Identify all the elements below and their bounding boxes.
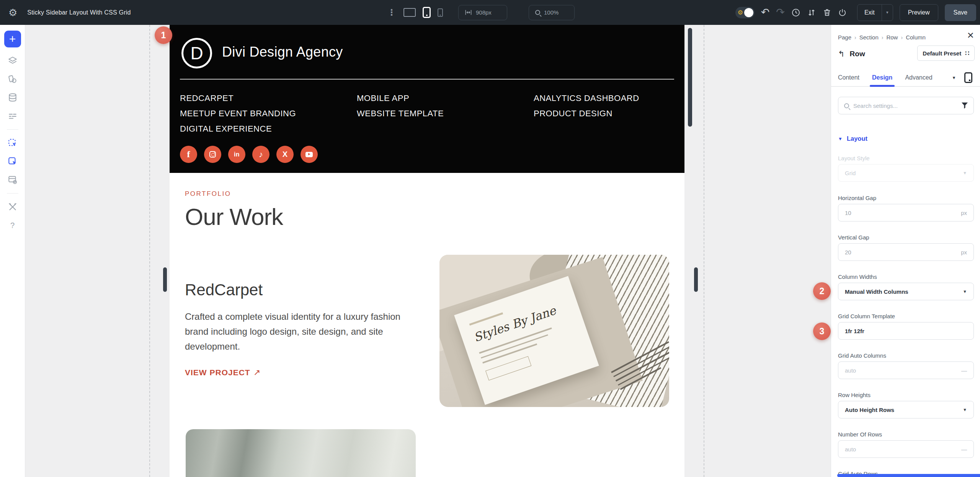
- grid-column-template-input[interactable]: [845, 328, 967, 334]
- horizontal-gap-input[interactable]: [845, 210, 961, 216]
- grid-auto-columns-input[interactable]: [845, 367, 961, 374]
- canvas-zoom-input[interactable]: 100%: [529, 5, 575, 20]
- breadcrumb-page[interactable]: Page: [838, 34, 851, 41]
- trash-icon[interactable]: [823, 8, 831, 17]
- theme-toggle[interactable]: ⚙: [735, 7, 755, 18]
- portfolio-section[interactable]: PORTFOLIO Our Work RedCarpet Crafted a c…: [170, 173, 684, 407]
- chevron-down-icon: ▼: [963, 407, 967, 412]
- portfolio-eyebrow: PORTFOLIO: [185, 190, 669, 198]
- preview-button[interactable]: Preview: [900, 4, 938, 21]
- wireframe-list-icon[interactable]: [8, 111, 18, 121]
- close-icon[interactable]: ×: [967, 29, 974, 41]
- tab-content[interactable]: Content: [838, 69, 859, 86]
- project-image[interactable]: Styles By Jane: [439, 255, 669, 407]
- site-header-section[interactable]: D Divi Design Agency REDCARPET MEETUP EV…: [170, 25, 684, 173]
- desktop-view-button[interactable]: [403, 8, 416, 17]
- responsive-tablet-icon[interactable]: [964, 72, 972, 83]
- page-canvas[interactable]: D Divi Design Agency REDCARPET MEETUP EV…: [170, 25, 684, 477]
- phone-icon: [438, 8, 443, 17]
- tablet-icon: [423, 7, 431, 18]
- field-layout-style: Layout Style Grid ▼: [838, 155, 974, 182]
- field-grid-auto-columns: Grid Auto Columns —: [838, 352, 974, 379]
- menu-link[interactable]: MOBILE APP: [357, 91, 534, 106]
- default-preset-button[interactable]: Default Preset ∷: [917, 46, 975, 61]
- exit-button-group: Exit ▾: [857, 4, 893, 21]
- panel-scrollbar-horizontal[interactable]: [837, 474, 980, 477]
- youtube-icon[interactable]: [301, 146, 318, 163]
- search-icon: [844, 103, 849, 108]
- row-resize-handle-right[interactable]: [694, 267, 698, 292]
- chevron-down-icon: ▼: [963, 289, 967, 294]
- row-heights-select[interactable]: Auto Height Rows ▼: [838, 401, 974, 418]
- canvas-scrollbar[interactable]: [688, 28, 692, 127]
- view-project-link[interactable]: VIEW PROJECT ↗: [185, 368, 415, 378]
- layers-icon[interactable]: [8, 56, 18, 66]
- filter-funnel-icon[interactable]: [962, 103, 968, 109]
- menu-column-3: ANALYTICS DASHBOARD PRODUCT DESIGN: [534, 91, 639, 137]
- zoom-magnifier-icon: [535, 10, 540, 15]
- menu-column-1: REDCARPET MEETUP EVENT BRANDING DIGITAL …: [180, 91, 357, 137]
- page-settings-gear-icon[interactable]: ⚙: [8, 8, 17, 18]
- number-of-rows-input[interactable]: [845, 446, 961, 453]
- tab-design[interactable]: Design: [872, 69, 892, 86]
- tabs-dropdown-caret-icon[interactable]: ▼: [952, 75, 956, 80]
- menu-link[interactable]: MEETUP EVENT BRANDING: [180, 106, 357, 121]
- instagram-icon[interactable]: [204, 146, 221, 163]
- menu-link[interactable]: WEBSITE TEMPLATE: [357, 106, 534, 121]
- tiktok-icon[interactable]: ♪: [252, 146, 270, 163]
- kebab-menu-icon[interactable]: ⋮: [387, 8, 396, 18]
- history-clock-icon[interactable]: [791, 8, 800, 17]
- field-column-widths: Column Widths Manual Width Columns ▼: [838, 274, 974, 300]
- linkedin-icon[interactable]: in: [228, 146, 245, 163]
- preset-icon: ∷: [965, 49, 969, 57]
- column-widths-select[interactable]: Manual Width Columns ▼: [838, 283, 974, 300]
- project-image-bottom[interactable]: [186, 429, 416, 477]
- dash-icon: —: [961, 446, 967, 453]
- vertical-gap-input[interactable]: [845, 249, 961, 256]
- facebook-icon[interactable]: f: [180, 146, 197, 163]
- header-divider: [180, 79, 674, 80]
- phone-view-button[interactable]: [438, 8, 443, 17]
- row-resize-handle-left[interactable]: [163, 267, 167, 292]
- breadcrumb-column[interactable]: Column: [906, 34, 926, 41]
- undo-icon[interactable]: ↶: [761, 7, 770, 18]
- builder-topbar: ⚙ Sticky Sidebar Layout With CSS Grid ⋮ …: [0, 0, 980, 25]
- portability-icon[interactable]: [838, 8, 847, 17]
- x-icon[interactable]: X: [276, 146, 294, 163]
- database-icon[interactable]: [8, 93, 18, 103]
- reorder-arrows-icon[interactable]: [807, 8, 816, 17]
- step-badge-3: 3: [813, 322, 831, 340]
- exit-dropdown-caret[interactable]: ▾: [882, 10, 893, 15]
- step-badge-1: 1: [155, 26, 172, 44]
- tools-icon[interactable]: [8, 202, 18, 212]
- redo-icon[interactable]: ↷: [776, 7, 785, 18]
- site-logo[interactable]: D: [181, 38, 212, 68]
- canvas-width-input[interactable]: 908px: [458, 5, 507, 20]
- toggle-knob: [744, 8, 753, 17]
- menu-link[interactable]: PRODUCT DESIGN: [534, 106, 639, 121]
- breadcrumb-section[interactable]: Section: [859, 34, 879, 41]
- click-mode-filled-icon[interactable]: [8, 156, 18, 166]
- back-arrow-icon[interactable]: ↰: [838, 49, 845, 59]
- click-mode-dotted-icon[interactable]: [8, 138, 18, 148]
- layout-style-select[interactable]: Grid ▼: [838, 164, 974, 182]
- help-icon[interactable]: ?: [10, 221, 15, 230]
- tab-advanced[interactable]: Advanced: [905, 69, 932, 86]
- sidebar-divider: [7, 193, 18, 194]
- tablet-view-button[interactable]: [423, 7, 431, 18]
- style-presets-icon[interactable]: [8, 74, 18, 84]
- project-row: RedCarpet Crafted a complete visual iden…: [185, 255, 669, 407]
- layout-section-header[interactable]: ▼ Layout: [838, 135, 867, 142]
- search-input[interactable]: [853, 103, 962, 109]
- canvas-workspace: D Divi Design Agency REDCARPET MEETUP EV…: [25, 25, 831, 477]
- menu-link[interactable]: ANALYTICS DASHBOARD: [534, 91, 639, 106]
- menu-link[interactable]: DIGITAL EXPERIENCE: [180, 121, 357, 137]
- exit-button[interactable]: Exit: [858, 9, 882, 16]
- breadcrumb-row[interactable]: Row: [886, 34, 898, 41]
- field-horizontal-gap: Horizontal Gap px: [838, 195, 974, 221]
- menu-link[interactable]: REDCARPET: [180, 91, 357, 106]
- add-module-button[interactable]: +: [4, 31, 21, 47]
- save-button[interactable]: Save: [945, 4, 976, 21]
- settings-search[interactable]: [838, 97, 974, 114]
- preview-window-icon[interactable]: [8, 175, 18, 185]
